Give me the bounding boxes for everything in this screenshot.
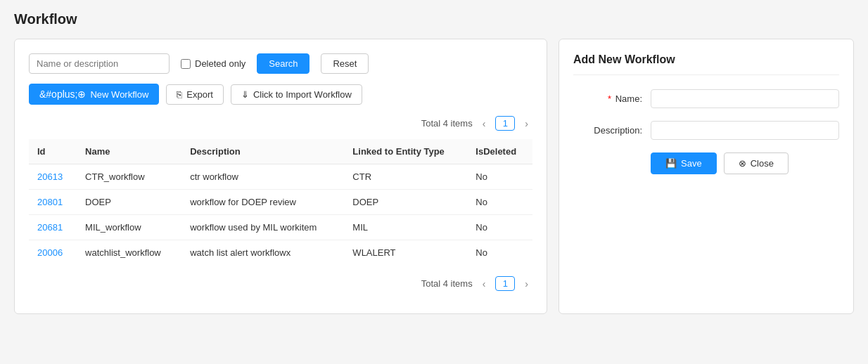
form-actions: 💾 Save ⊗ Close <box>573 152 839 174</box>
cell-entity-type: MIL <box>344 215 467 240</box>
id-link[interactable]: 20681 <box>37 222 63 233</box>
description-form-row: Description: <box>573 121 839 140</box>
next-page-button-bottom[interactable]: › <box>521 277 532 291</box>
export-icon: ⎘ <box>177 89 182 100</box>
total-items-label-bottom: Total 4 items <box>421 278 473 289</box>
search-input[interactable] <box>29 53 170 74</box>
cell-entity-type: WLALERT <box>344 240 467 266</box>
new-workflow-button[interactable]: &#oplus;⊕ New Workflow <box>29 84 159 105</box>
cell-description: watch list alert workflowx <box>181 240 344 266</box>
cell-id: 20681 <box>29 215 77 240</box>
name-input[interactable] <box>651 89 839 108</box>
table-row: 20681 MIL_workflow workflow used by MIL … <box>29 215 532 240</box>
cell-is-deleted: No <box>467 240 532 266</box>
cell-description: ctr workflow <box>181 164 344 190</box>
cell-name: CTR_workflow <box>77 164 181 190</box>
name-label: * Name: <box>573 93 651 104</box>
current-page: 1 <box>495 116 515 131</box>
cell-entity-type: DOEP <box>344 190 467 215</box>
total-items-label: Total 4 items <box>421 118 473 129</box>
plus-circle-icon: &#oplus;⊕ <box>39 89 86 100</box>
action-row: &#oplus;⊕ New Workflow ⎘ Export ⇓ Click … <box>29 84 532 105</box>
workflow-table: Id Name Description Linked to Entity Typ… <box>29 139 532 265</box>
bottom-pagination: Total 4 items ‹ 1 › <box>29 276 532 291</box>
cell-id: 20613 <box>29 164 77 190</box>
export-button[interactable]: ⎘ Export <box>166 84 224 105</box>
deleted-only-label: Deleted only <box>195 58 245 69</box>
search-button[interactable]: Search <box>257 53 309 74</box>
save-button[interactable]: 💾 Save <box>651 152 717 174</box>
col-id: Id <box>29 139 77 164</box>
left-panel: Deleted only Search Reset &#oplus;⊕ New … <box>14 39 547 314</box>
col-entity-type: Linked to Entity Type <box>344 139 467 164</box>
col-name: Name <box>77 139 181 164</box>
close-button[interactable]: ⊗ Close <box>724 152 789 174</box>
current-page-bottom: 1 <box>495 276 515 291</box>
col-is-deleted: IsDeleted <box>467 139 532 164</box>
description-input[interactable] <box>651 121 839 140</box>
table-header-row: Id Name Description Linked to Entity Typ… <box>29 139 532 164</box>
reset-button[interactable]: Reset <box>321 53 369 74</box>
prev-page-button[interactable]: ‹ <box>478 117 490 131</box>
save-icon: 💾 <box>665 158 677 169</box>
cell-is-deleted: No <box>467 164 532 190</box>
add-workflow-panel: Add New Workflow * Name: Description: 💾 … <box>559 39 854 314</box>
prev-page-button-bottom[interactable]: ‹ <box>478 277 490 291</box>
cell-description: workflow used by MIL workitem <box>181 215 344 240</box>
name-form-row: * Name: <box>573 89 839 108</box>
next-page-button[interactable]: › <box>521 117 532 131</box>
cell-is-deleted: No <box>467 190 532 215</box>
id-link[interactable]: 20613 <box>37 171 63 182</box>
table-row: 20006 watchlist_workflow watch list aler… <box>29 240 532 266</box>
import-button[interactable]: ⇓ Click to Import Workflow <box>231 84 362 105</box>
table-row: 20801 DOEP workflow for DOEP review DOEP… <box>29 190 532 215</box>
cell-name: DOEP <box>77 190 181 215</box>
import-icon: ⇓ <box>241 89 249 100</box>
cell-is-deleted: No <box>467 215 532 240</box>
cell-description: workflow for DOEP review <box>181 190 344 215</box>
cell-name: watchlist_workflow <box>77 240 181 266</box>
cell-name: MIL_workflow <box>77 215 181 240</box>
panel-title: Add New Workflow <box>573 53 839 75</box>
top-pagination: Total 4 items ‹ 1 › <box>29 116 532 131</box>
id-link[interactable]: 20006 <box>37 247 63 258</box>
required-indicator: * <box>608 93 611 104</box>
page-title: Workflow <box>14 11 854 27</box>
deleted-only-checkbox[interactable] <box>181 59 191 69</box>
cell-id: 20006 <box>29 240 77 266</box>
deleted-only-checkbox-label[interactable]: Deleted only <box>181 58 245 69</box>
cell-id: 20801 <box>29 190 77 215</box>
description-label: Description: <box>573 125 651 136</box>
col-description: Description <box>181 139 344 164</box>
id-link[interactable]: 20801 <box>37 197 63 207</box>
close-icon: ⊗ <box>739 158 746 169</box>
table-row: 20613 CTR_workflow ctr workflow CTR No <box>29 164 532 190</box>
search-row: Deleted only Search Reset <box>29 53 532 74</box>
cell-entity-type: CTR <box>344 164 467 190</box>
